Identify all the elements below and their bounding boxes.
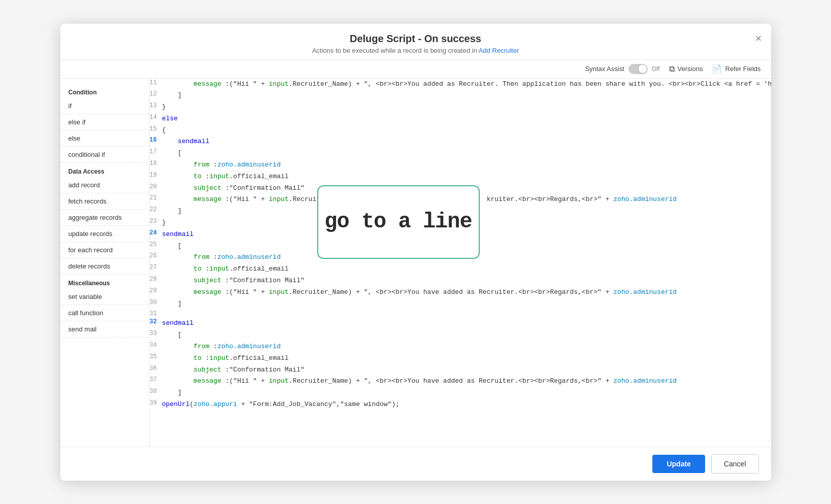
table-row: 39openUrl(zoho.appuri + "Form:Add_Job_Va… bbox=[150, 399, 771, 411]
sidebar-item-aggregate-records[interactable]: aggregate records bbox=[60, 210, 149, 226]
line-number: 28 bbox=[150, 275, 162, 287]
table-row: 15{ bbox=[150, 125, 771, 137]
subtitle-link[interactable]: Add Recruiter bbox=[479, 47, 519, 54]
sidebar-item-update-records[interactable]: update records bbox=[60, 226, 149, 242]
line-number: 38 bbox=[150, 387, 162, 399]
line-code: message :("Hii " + input.Recruiter_Name)… bbox=[162, 376, 771, 387]
sidebar-item-call-function[interactable]: call function bbox=[60, 305, 149, 321]
table-row: 35 to :input.official_email bbox=[150, 353, 771, 364]
sidebar-item-for-each-record[interactable]: for each record bbox=[60, 242, 149, 258]
line-code bbox=[162, 310, 771, 318]
syntax-toggle[interactable] bbox=[628, 64, 648, 74]
sidebar-item-send-mail[interactable]: send mail bbox=[60, 321, 149, 338]
line-code: subject :"Conformation Mail" bbox=[162, 364, 771, 376]
goto-line-popup: go to a line bbox=[317, 185, 480, 259]
line-number: 11 bbox=[150, 79, 162, 90]
line-code: { bbox=[162, 125, 771, 137]
update-button[interactable]: Update bbox=[652, 455, 705, 473]
modal-container: Deluge Script - On success Actions to be… bbox=[60, 24, 771, 481]
main-content: Condition if else if else conditional if… bbox=[60, 79, 771, 447]
table-row: 27 to :input.official_email bbox=[150, 263, 771, 275]
line-code: sendmail bbox=[162, 318, 771, 329]
line-number: 19 bbox=[150, 171, 162, 183]
line-number: 15 bbox=[150, 125, 162, 137]
line-number: 29 bbox=[150, 287, 162, 298]
line-number: 17 bbox=[150, 148, 162, 159]
refer-fields-label: Refer Fields bbox=[725, 65, 760, 73]
toggle-state-label: Off bbox=[652, 65, 660, 73]
cancel-button[interactable]: Cancel bbox=[711, 454, 759, 474]
line-code: ] bbox=[162, 298, 771, 310]
sidebar-item-fetch-records[interactable]: fetch records bbox=[60, 193, 149, 210]
line-code: from :zoho.adminuserid bbox=[162, 341, 771, 353]
misc-section-title: Miscellaneous bbox=[60, 275, 149, 289]
table-row: 13} bbox=[150, 102, 771, 113]
syntax-assist-control[interactable]: Syntax Assist Off bbox=[585, 64, 659, 74]
line-number: 37 bbox=[150, 376, 162, 387]
versions-button[interactable]: ⧉ Versions bbox=[669, 64, 703, 74]
sidebar-item-set-variable[interactable]: set variable bbox=[60, 289, 149, 305]
table-row: 32sendmail bbox=[150, 318, 771, 329]
refer-fields-button[interactable]: 📄 Refer Fields bbox=[712, 64, 760, 74]
sidebar-item-if[interactable]: if bbox=[60, 98, 149, 114]
line-number: 12 bbox=[150, 90, 162, 102]
close-button[interactable]: × bbox=[755, 33, 762, 44]
table-row: 17 [ bbox=[150, 148, 771, 159]
sidebar-item-conditional-if[interactable]: conditional if bbox=[60, 147, 149, 163]
table-row: 37 message :("Hii " + input.Recruiter_Na… bbox=[150, 376, 771, 387]
line-number: 20 bbox=[150, 183, 162, 194]
line-number: 13 bbox=[150, 102, 162, 113]
line-code: openUrl(zoho.appuri + "Form:Add_Job_Vaca… bbox=[162, 399, 771, 411]
line-number: 23 bbox=[150, 217, 162, 229]
line-code: to :input.official_email bbox=[162, 353, 771, 364]
table-row: 33 [ bbox=[150, 329, 771, 341]
table-row: 19 to :input.official_email bbox=[150, 171, 771, 183]
line-code: } bbox=[162, 102, 771, 113]
line-code: to :input.official_email bbox=[162, 263, 771, 275]
table-row: 30 ] bbox=[150, 298, 771, 310]
sidebar-item-delete-records[interactable]: delete records bbox=[60, 258, 149, 275]
modal-footer: Update Cancel bbox=[60, 447, 771, 481]
sidebar-item-else-if[interactable]: else if bbox=[60, 114, 149, 130]
versions-label: Versions bbox=[678, 65, 703, 73]
table-row: 18 from :zoho.adminuserid bbox=[150, 159, 771, 171]
table-row: 29 message :("Hii " + input.Recruiter_Na… bbox=[150, 287, 771, 298]
toolbar: Syntax Assist Off ⧉ Versions 📄 Refer Fie… bbox=[60, 60, 771, 79]
toggle-knob bbox=[639, 65, 647, 73]
line-number: 14 bbox=[150, 113, 162, 125]
refer-fields-icon: 📄 bbox=[712, 64, 722, 74]
line-code: ] bbox=[162, 90, 771, 102]
line-number: 30 bbox=[150, 298, 162, 310]
line-code: message :("Hii " + input.Recruiter_Name)… bbox=[162, 287, 771, 298]
sidebar-item-else[interactable]: else bbox=[60, 130, 149, 147]
line-code: [ bbox=[162, 329, 771, 341]
modal-header: Deluge Script - On success Actions to be… bbox=[60, 24, 771, 60]
table-row: 14else bbox=[150, 113, 771, 125]
syntax-assist-label: Syntax Assist bbox=[585, 65, 624, 73]
line-code: sendmail bbox=[162, 136, 771, 148]
line-code: else bbox=[162, 113, 771, 125]
sidebar-item-add-record[interactable]: add record bbox=[60, 177, 149, 193]
line-number: 35 bbox=[150, 353, 162, 364]
line-number: 34 bbox=[150, 341, 162, 353]
line-number: 24 bbox=[150, 229, 162, 241]
line-code: from :zoho.adminuserid bbox=[162, 159, 771, 171]
line-code: [ bbox=[162, 148, 771, 159]
line-number: 26 bbox=[150, 252, 162, 263]
line-code: to :input.official_email bbox=[162, 171, 771, 183]
line-number: 16 bbox=[150, 136, 162, 148]
versions-icon: ⧉ bbox=[669, 64, 675, 74]
table-row: 36 subject :"Conformation Mail" bbox=[150, 364, 771, 376]
line-number: 18 bbox=[150, 159, 162, 171]
line-number: 33 bbox=[150, 329, 162, 341]
modal-subtitle: Actions to be executed while a record is… bbox=[73, 47, 759, 54]
line-number: 36 bbox=[150, 364, 162, 376]
modal-title: Deluge Script - On success bbox=[73, 33, 759, 45]
table-row: 12 ] bbox=[150, 90, 771, 102]
code-editor[interactable]: 11 message :("Hii " + input.Recruiter_Na… bbox=[150, 79, 771, 447]
line-number: 21 bbox=[150, 194, 162, 206]
subtitle-text: Actions to be executed while a record is… bbox=[312, 47, 477, 54]
line-number: 39 bbox=[150, 399, 162, 411]
line-number: 25 bbox=[150, 241, 162, 252]
data-access-section-title: Data Access bbox=[60, 163, 149, 177]
